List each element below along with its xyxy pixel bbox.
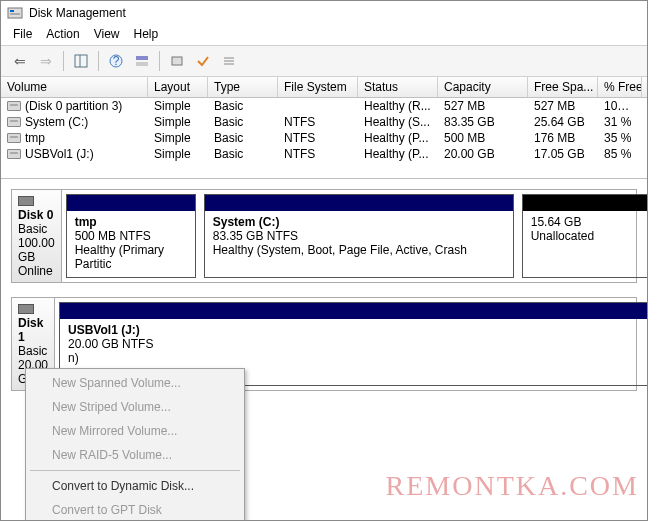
- table-row[interactable]: USBVol1 (J:)SimpleBasicNTFSHealthy (P...…: [1, 146, 647, 162]
- disk0-label[interactable]: Disk 0 Basic 100.00 GB Online: [12, 190, 62, 282]
- column-header[interactable]: Capacity: [438, 77, 528, 97]
- cell: USBVol1 (J:): [1, 146, 148, 162]
- partition-bar: [523, 195, 648, 211]
- cell: 100 %: [598, 98, 642, 114]
- cell: System (C:): [1, 114, 148, 130]
- svg-rect-8: [136, 62, 148, 66]
- cell: NTFS: [278, 130, 358, 146]
- partition-status: Unallocated: [531, 229, 594, 243]
- cell: 25.64 GB: [528, 114, 598, 130]
- partition[interactable]: tmp500 MB NTFSHealthy (Primary Partitic: [66, 194, 196, 278]
- volume-icon: [7, 133, 21, 143]
- svg-rect-3: [75, 55, 87, 67]
- menu-item[interactable]: Convert to Dynamic Disk...: [28, 474, 242, 498]
- cell: 85 %: [598, 146, 642, 162]
- menu-action[interactable]: Action: [46, 27, 79, 41]
- toolbar: ⇐ ⇒ ?: [1, 45, 647, 77]
- cell: Basic: [208, 114, 278, 130]
- cell: Simple: [148, 98, 208, 114]
- cell: 20.00 GB: [438, 146, 528, 162]
- disk0-state: Online: [18, 264, 53, 278]
- cell: 527 MB: [528, 98, 598, 114]
- cell: Basic: [208, 146, 278, 162]
- commit-icon[interactable]: [192, 50, 214, 72]
- nav-back-icon[interactable]: ⇐: [9, 50, 31, 72]
- cell: Healthy (P...: [358, 130, 438, 146]
- svg-rect-2: [10, 13, 20, 15]
- svg-text:?: ?: [113, 54, 120, 68]
- menubar[interactable]: FileActionViewHelp: [1, 25, 647, 45]
- column-header[interactable]: File System: [278, 77, 358, 97]
- partition-size: 20.00 GB NTFS: [68, 337, 153, 351]
- disk1-type: Basic: [18, 344, 47, 358]
- partition-bar: [60, 303, 648, 319]
- cell: Simple: [148, 146, 208, 162]
- disk-row-0: Disk 0 Basic 100.00 GB Online tmp500 MB …: [11, 189, 637, 283]
- column-header[interactable]: Volume: [1, 77, 148, 97]
- column-header[interactable]: Free Spa...: [528, 77, 598, 97]
- volume-rows[interactable]: (Disk 0 partition 3)SimpleBasicHealthy (…: [1, 98, 647, 178]
- menu-view[interactable]: View: [94, 27, 120, 41]
- table-row[interactable]: System (C:)SimpleBasicNTFSHealthy (S...8…: [1, 114, 647, 130]
- cell: Simple: [148, 114, 208, 130]
- cell: 527 MB: [438, 98, 528, 114]
- svg-rect-7: [136, 56, 148, 60]
- window-title: Disk Management: [29, 6, 126, 20]
- app-icon: [7, 5, 23, 21]
- menu-help[interactable]: Help: [134, 27, 159, 41]
- help-icon[interactable]: ?: [105, 50, 127, 72]
- cell: NTFS: [278, 114, 358, 130]
- cell: Basic: [208, 130, 278, 146]
- partition-size: 500 MB NTFS: [75, 229, 151, 243]
- disk0-name: Disk 0: [18, 208, 53, 222]
- partition[interactable]: 15.64 GBUnallocated: [522, 194, 648, 278]
- menu-file[interactable]: File: [13, 27, 32, 41]
- cell: (Disk 0 partition 3): [1, 98, 148, 114]
- partition-status: Healthy (Primary Partitic: [75, 243, 164, 271]
- column-header[interactable]: % Free: [598, 77, 642, 97]
- cell: Healthy (P...: [358, 146, 438, 162]
- partition-title: System (C:): [213, 215, 280, 229]
- volume-icon: [7, 101, 21, 111]
- volume-icon: [7, 149, 21, 159]
- partition-bar: [67, 195, 195, 211]
- partition[interactable]: System (C:)83.35 GB NTFSHealthy (System,…: [204, 194, 514, 278]
- view-top-icon[interactable]: [131, 50, 153, 72]
- menu-item: Convert to GPT Disk: [28, 498, 242, 521]
- list-icon[interactable]: [218, 50, 240, 72]
- cell: 31 %: [598, 114, 642, 130]
- menu-item: New Spanned Volume...: [28, 371, 242, 395]
- toolbar-separator: [63, 51, 64, 71]
- cell: Healthy (S...: [358, 114, 438, 130]
- table-row[interactable]: tmpSimpleBasicNTFSHealthy (P...500 MB176…: [1, 130, 647, 146]
- disk-icon: [18, 304, 34, 314]
- toolbar-separator: [98, 51, 99, 71]
- cell: Healthy (R...: [358, 98, 438, 114]
- cell: [278, 98, 358, 114]
- partition-bar: [205, 195, 513, 211]
- cell: 35 %: [598, 130, 642, 146]
- cell: Simple: [148, 130, 208, 146]
- show-hide-icon[interactable]: [70, 50, 92, 72]
- column-headers[interactable]: VolumeLayoutTypeFile SystemStatusCapacit…: [1, 77, 647, 98]
- svg-rect-1: [10, 10, 14, 12]
- titlebar: Disk Management: [1, 1, 647, 25]
- column-header[interactable]: Layout: [148, 77, 208, 97]
- table-row[interactable]: (Disk 0 partition 3)SimpleBasicHealthy (…: [1, 98, 647, 114]
- refresh-icon[interactable]: [166, 50, 188, 72]
- partition-title: USBVol1 (J:): [68, 323, 140, 337]
- disk1-name: Disk 1: [18, 316, 43, 344]
- menu-item: New Mirrored Volume...: [28, 419, 242, 443]
- disk0-type: Basic: [18, 222, 47, 236]
- cell: 500 MB: [438, 130, 528, 146]
- cell: tmp: [1, 130, 148, 146]
- partition-status: Healthy (System, Boot, Page File, Active…: [213, 243, 467, 257]
- context-menu[interactable]: New Spanned Volume...New Striped Volume.…: [25, 368, 245, 521]
- column-header[interactable]: Status: [358, 77, 438, 97]
- volume-icon: [7, 117, 21, 127]
- cell: 176 MB: [528, 130, 598, 146]
- disk-icon: [18, 196, 34, 206]
- nav-forward-icon: ⇒: [35, 50, 57, 72]
- column-header[interactable]: Type: [208, 77, 278, 97]
- cell: 83.35 GB: [438, 114, 528, 130]
